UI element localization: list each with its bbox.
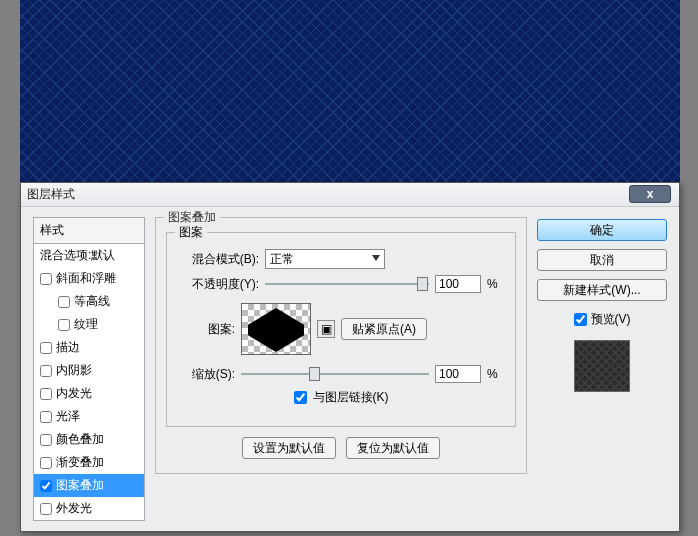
style-item-label: 外发光 bbox=[56, 500, 92, 517]
style-item[interactable]: 图案叠加 bbox=[34, 474, 144, 497]
new-preset-icon: ▣ bbox=[321, 322, 332, 336]
blend-mode-value: 正常 bbox=[270, 251, 294, 268]
style-item-checkbox[interactable] bbox=[40, 480, 52, 492]
preview-row: 预览(V) bbox=[537, 311, 667, 328]
reset-default-button[interactable]: 复位为默认值 bbox=[346, 437, 440, 459]
chevron-down-icon bbox=[372, 255, 380, 261]
scale-input[interactable] bbox=[435, 365, 481, 383]
style-item-label: 纹理 bbox=[74, 316, 98, 333]
style-item-label: 光泽 bbox=[56, 408, 80, 425]
style-item-label: 颜色叠加 bbox=[56, 431, 104, 448]
scale-slider[interactable] bbox=[241, 365, 429, 383]
link-label: 与图层链接(K) bbox=[313, 389, 389, 406]
style-item-checkbox[interactable] bbox=[40, 342, 52, 354]
style-item[interactable]: 描边 bbox=[34, 336, 144, 359]
style-item[interactable]: 内发光 bbox=[34, 382, 144, 405]
ok-button[interactable]: 确定 bbox=[537, 219, 667, 241]
style-item-checkbox[interactable] bbox=[40, 365, 52, 377]
style-item-label: 等高线 bbox=[74, 293, 110, 310]
style-item-checkbox[interactable] bbox=[40, 411, 52, 423]
style-item-label: 内发光 bbox=[56, 385, 92, 402]
pattern-row: 图案: ▣ 贴紧原点(A) bbox=[179, 303, 503, 355]
style-item-label: 描边 bbox=[56, 339, 80, 356]
scale-label: 缩放(S): bbox=[179, 366, 235, 383]
close-button[interactable]: x bbox=[629, 185, 671, 203]
percent-label-2: % bbox=[487, 367, 503, 381]
pattern-label: 图案: bbox=[179, 321, 235, 338]
styles-list: 样式 混合选项:默认 斜面和浮雕等高线纹理描边内阴影内发光光泽颜色叠加渐变叠加图… bbox=[33, 217, 145, 521]
dialog-title: 图层样式 bbox=[27, 186, 75, 203]
style-item-checkbox[interactable] bbox=[40, 503, 52, 515]
blend-mode-select[interactable]: 正常 bbox=[265, 249, 385, 269]
pattern-overlay-panel: 图案叠加 图案 混合模式(B): 正常 不透明度(Y): bbox=[155, 217, 527, 521]
layer-style-dialog: 图层样式 x 样式 混合选项:默认 斜面和浮雕等高线纹理描边内阴影内发光光泽颜色… bbox=[20, 182, 680, 532]
style-item[interactable]: 斜面和浮雕 bbox=[34, 267, 144, 290]
preview-swatch bbox=[574, 340, 630, 392]
style-item[interactable]: 内阴影 bbox=[34, 359, 144, 382]
blend-options-item[interactable]: 混合选项:默认 bbox=[34, 244, 144, 267]
scale-row: 缩放(S): % bbox=[179, 365, 503, 383]
close-icon: x bbox=[647, 187, 654, 201]
dialog-titlebar[interactable]: 图层样式 x bbox=[21, 183, 679, 207]
pattern-picker[interactable] bbox=[241, 303, 311, 355]
style-item[interactable]: 光泽 bbox=[34, 405, 144, 428]
blend-mode-label: 混合模式(B): bbox=[179, 251, 259, 268]
style-item[interactable]: 投影 bbox=[34, 520, 144, 521]
opacity-slider[interactable] bbox=[265, 275, 429, 293]
defaults-row: 设置为默认值 复位为默认值 bbox=[166, 437, 516, 459]
style-item[interactable]: 颜色叠加 bbox=[34, 428, 144, 451]
style-item[interactable]: 渐变叠加 bbox=[34, 451, 144, 474]
style-item-label: 图案叠加 bbox=[56, 477, 104, 494]
link-row: 与图层链接(K) bbox=[179, 389, 503, 406]
style-item-checkbox[interactable] bbox=[40, 388, 52, 400]
link-with-layer-checkbox[interactable] bbox=[294, 391, 307, 404]
opacity-label: 不透明度(Y): bbox=[179, 276, 259, 293]
opacity-input[interactable] bbox=[435, 275, 481, 293]
opacity-row: 不透明度(Y): % bbox=[179, 275, 503, 293]
cancel-button[interactable]: 取消 bbox=[537, 249, 667, 271]
preview-label: 预览(V) bbox=[591, 311, 631, 328]
style-item-label: 斜面和浮雕 bbox=[56, 270, 116, 287]
percent-label: % bbox=[487, 277, 503, 291]
new-style-button[interactable]: 新建样式(W)... bbox=[537, 279, 667, 301]
right-button-panel: 确定 取消 新建样式(W)... 预览(V) bbox=[537, 217, 667, 521]
style-item-label: 内阴影 bbox=[56, 362, 92, 379]
pattern-group: 图案 混合模式(B): 正常 不透明度(Y): bbox=[166, 232, 516, 427]
style-item-label: 渐变叠加 bbox=[56, 454, 104, 471]
style-item[interactable]: 等高线 bbox=[34, 290, 144, 313]
new-pattern-button[interactable]: ▣ bbox=[317, 320, 335, 338]
style-item[interactable]: 外发光 bbox=[34, 497, 144, 520]
set-default-button[interactable]: 设置为默认值 bbox=[242, 437, 336, 459]
style-item-checkbox[interactable] bbox=[58, 296, 70, 308]
canvas-background bbox=[20, 0, 680, 185]
blend-options-label: 混合选项:默认 bbox=[40, 247, 115, 264]
styles-header[interactable]: 样式 bbox=[34, 218, 144, 244]
style-item[interactable]: 纹理 bbox=[34, 313, 144, 336]
style-item-checkbox[interactable] bbox=[40, 457, 52, 469]
snap-origin-button[interactable]: 贴紧原点(A) bbox=[341, 318, 427, 340]
style-item-checkbox[interactable] bbox=[40, 434, 52, 446]
preview-checkbox[interactable] bbox=[574, 313, 587, 326]
group-title: 图案 bbox=[175, 224, 207, 241]
pattern-overlay-fieldset: 图案叠加 图案 混合模式(B): 正常 不透明度(Y): bbox=[155, 217, 527, 474]
style-item-checkbox[interactable] bbox=[40, 273, 52, 285]
style-item-checkbox[interactable] bbox=[58, 319, 70, 331]
blend-mode-row: 混合模式(B): 正常 bbox=[179, 249, 503, 269]
